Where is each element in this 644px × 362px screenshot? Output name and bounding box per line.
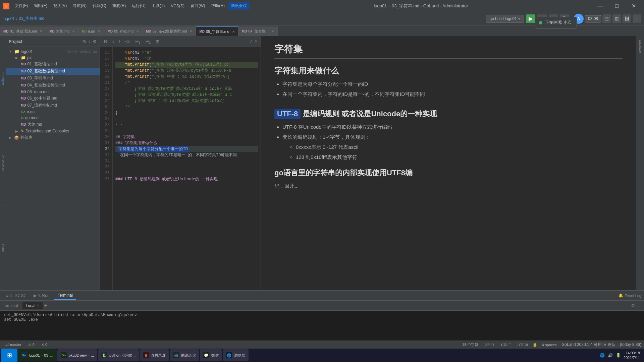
menu-navigate[interactable]: 导航(N) [70, 2, 89, 10]
tree-file-a-go[interactable]: Go a.go [6, 109, 100, 115]
menu-run[interactable]: 运行(U) [129, 2, 148, 10]
status-position[interactable]: 32:21 [483, 342, 496, 348]
terminal-settings-button[interactable]: ⚙ [631, 303, 635, 308]
tab-outline[interactable]: MD 大纲.md ✕ [46, 26, 78, 36]
taskbar-item-goland2[interactable]: Go pkg02-new – ... [57, 349, 97, 361]
taskbar-item-wechat[interactable]: 💬 微信 [200, 349, 222, 361]
tree-file-05-map[interactable]: MD 05_map.md [6, 89, 100, 95]
new-file-button[interactable]: ⊕ [82, 39, 86, 44]
tree-file-01-basics[interactable]: MD 01_基础语法.md [6, 61, 100, 68]
settings-gear-icon[interactable]: ⚙ [93, 39, 97, 44]
menu-help[interactable]: 帮助(H) [208, 2, 227, 10]
status-errors[interactable]: ✕ 0 [39, 342, 49, 348]
menu-refactor[interactable]: 重构(R) [110, 2, 129, 10]
status-warnings[interactable]: ⚠ 0 [26, 342, 37, 348]
menu-window[interactable]: 窗口(W) [188, 2, 208, 10]
build-button[interactable]: go build lugo01 ▾ [486, 15, 524, 23]
close-button[interactable]: ✕ [626, 0, 641, 12]
tree-file-03-string[interactable]: MD 03_字符串.md [6, 75, 100, 82]
tab-close-btn[interactable]: ✕ [271, 29, 274, 33]
bold-button[interactable]: B [103, 38, 108, 45]
tree-file-06-lock[interactable]: MD 06_go中的锁.md [6, 95, 100, 102]
tree-file-outline[interactable]: MD 大纲.md [6, 121, 100, 128]
tree-file-04-complex[interactable]: MD 04_复合数据类型.md [6, 82, 100, 89]
reject-icon[interactable]: ✕ [254, 39, 258, 44]
maximize-button[interactable]: □ [609, 0, 625, 12]
terminal-tab-close[interactable]: ✕ [37, 304, 39, 307]
terminal-tab-local[interactable]: Local ✕ [22, 302, 43, 309]
italic-button[interactable]: I [118, 38, 122, 45]
editor-content-area[interactable]: 16 17 18 19 20 21 22 23 24 25 26 27 28 2… [100, 47, 261, 290]
panel-tab-structure[interactable]: Z: Structure [0, 121, 6, 206]
tray-sound-icon[interactable]: 🔊 [607, 352, 613, 359]
taskbar-item-goland[interactable]: Go lugo01 – 03_... [17, 349, 57, 361]
taskbar-item-record[interactable]: ⏺ 直播录屏 [140, 349, 169, 361]
tab-close-btn[interactable]: ✕ [40, 29, 42, 33]
panel-tab-project[interactable]: 1: Project [0, 36, 6, 121]
tray-battery-icon[interactable]: 🔋 [615, 352, 622, 359]
file-tree-panel: Project ⊕ ↕ ⚙ ▼ 📁 lugo01 D:\nyy_work\go_… [6, 36, 100, 290]
tree-file-go-mod[interactable]: ⚙ go.mod [6, 115, 100, 121]
tree-scratches[interactable]: ▶ ✎ Scratches and Consoles [6, 128, 100, 134]
taskbar-item-python[interactable]: 🐍 python 引用传... [98, 349, 139, 361]
system-clock[interactable]: 14:03:18 2021/7/11 [624, 351, 640, 360]
strikethrough-button[interactable]: ≈ [110, 38, 116, 45]
start-button[interactable]: ⊞ [1, 349, 17, 362]
breadcrumb-file[interactable]: 03_字符串.md [19, 16, 44, 21]
menu-edit[interactable]: 编辑(E) [31, 2, 50, 10]
heading1-button[interactable]: H₁ [134, 38, 142, 45]
database-tab-button[interactable]: Database [636, 36, 644, 56]
tree-root-project[interactable]: ▼ 📁 lugo01 D:\nyy_work\go_pa [6, 48, 100, 55]
tab-close-btn[interactable]: ✕ [232, 30, 235, 34]
terminal-add-button[interactable]: + [44, 303, 47, 309]
taskbar-item-meeting[interactable]: 📹 腾讯会议 [170, 349, 199, 361]
collapse-all-button[interactable]: ↕ [88, 39, 91, 44]
breadcrumb-project[interactable]: lugo01 [3, 16, 15, 21]
tab-close-btn[interactable]: ✕ [72, 29, 75, 33]
status-char-count[interactable]: 18 个字符 [460, 342, 480, 348]
tree-file-02-basics[interactable]: MD 02_基础数据类型.md [6, 68, 100, 75]
list-view-button[interactable]: ☰ [602, 14, 611, 23]
tab-03-string[interactable]: MD 05_字符串.md ✕ [196, 26, 238, 36]
minimize-button[interactable]: — [592, 0, 608, 12]
table-button[interactable]: ⊞ [154, 38, 161, 45]
tree-external-libs[interactable]: ▶ 📦 外部库 [6, 134, 100, 141]
menu-tools[interactable]: 工具(T) [149, 2, 167, 10]
terminal-minimize-button[interactable]: — [637, 303, 641, 308]
status-branch[interactable]: ⎇ master [3, 342, 23, 348]
tab-close-btn[interactable]: ✕ [190, 29, 192, 33]
status-line-ending[interactable]: CRLF [499, 342, 513, 348]
menu-view[interactable]: 视图(V) [51, 2, 69, 10]
tree-folder-pic[interactable]: ▶ 📁 pic [6, 55, 100, 61]
bottom-tab-terminal[interactable]: Terminal [54, 292, 76, 300]
tab-a-go[interactable]: Go a.go ✕ [78, 26, 104, 36]
code-button[interactable]: <> [124, 38, 132, 45]
menu-file[interactable]: 文件(F) [12, 2, 31, 10]
tab-01-basics[interactable]: MD 01_基础语法.md ✕ [0, 26, 46, 36]
tab-close-btn[interactable]: ✕ [98, 29, 100, 33]
terminal-content-area[interactable]: set_GOENV=C:\Users\Administrator\AppData… [0, 311, 644, 341]
bottom-tab-run[interactable]: ▶ 4: Run [30, 292, 53, 299]
event-log-button[interactable]: 🔔 Event Log [619, 293, 641, 298]
tab-04-complex[interactable]: MD 04_复合数... ✕ [238, 26, 278, 36]
code-content[interactable]: var ch2 = 'a' var ch3 = '你' fmt.Printf("… [113, 47, 261, 290]
tab-close-btn[interactable]: ✕ [136, 29, 139, 33]
accept-icon[interactable]: ✓ [249, 39, 253, 44]
details-view-button[interactable]: ⋮ [633, 14, 641, 23]
tab-05-map[interactable]: MD 05_map.md ✕ [104, 26, 143, 36]
bottom-tab-todo[interactable]: ≡ 6: TODO [3, 292, 29, 299]
status-encoding[interactable]: UTF-8 [516, 342, 530, 348]
status-indent[interactable]: 4 spaces [540, 342, 559, 348]
menu-code[interactable]: 代码(C) [90, 2, 109, 10]
tencent-meeting-btn[interactable]: 腾讯会议 [228, 2, 250, 10]
tree-file-07-flow[interactable]: MD 07_流程控制.md [6, 102, 100, 109]
tray-network-icon[interactable]: 🌐 [599, 352, 605, 359]
menu-vcs[interactable]: VCS(S) [168, 2, 187, 10]
heading2-button[interactable]: H₂ [144, 38, 152, 45]
grid-view-button[interactable]: ⊞ [612, 14, 621, 23]
tab-02-basics[interactable]: MD 02_基础数据类型.md ✕ [143, 26, 196, 36]
image-view-button[interactable]: 🖼 [623, 14, 631, 23]
panel-tab-learn[interactable]: Learn [0, 205, 6, 290]
taskbar-item-browser[interactable]: 🌐 浏览器 [223, 349, 249, 361]
run-button[interactable]: ▶ [526, 14, 535, 23]
